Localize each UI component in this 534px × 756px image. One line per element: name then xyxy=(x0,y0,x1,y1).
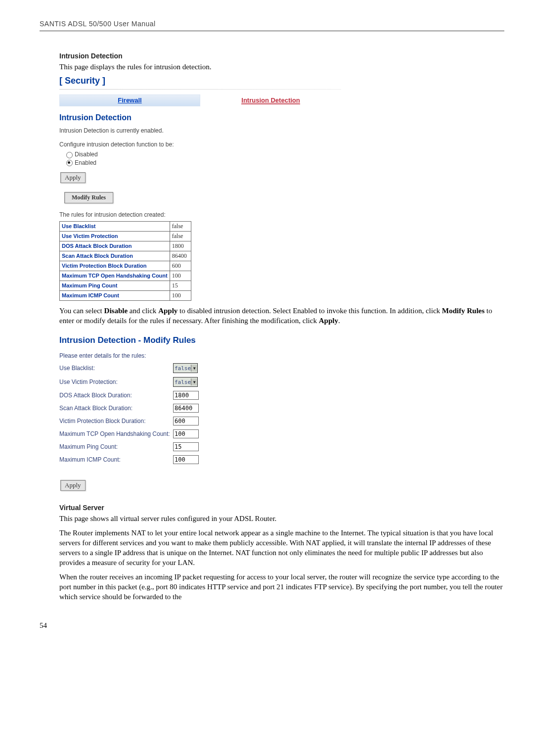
form-label: Maximum TCP Open Handshaking Count: xyxy=(59,430,173,437)
rule-value: false xyxy=(170,231,191,241)
chevron-down-icon: ▼ xyxy=(191,365,197,372)
tab-intrusion-detection[interactable]: Intrusion Detection xyxy=(200,94,341,106)
section-title-virtual-server: Virtual Server xyxy=(59,504,504,512)
form-label: DOS Attack Block Duration: xyxy=(59,392,173,399)
rule-label: DOS Attack Block Duration xyxy=(60,241,170,251)
form-row: Use Blacklist:false▼ xyxy=(59,363,504,373)
apply-button[interactable]: Apply xyxy=(60,172,86,183)
form-label: Use Victim Protection: xyxy=(59,378,173,385)
table-row: Victim Protection Block Duration600 xyxy=(60,261,191,271)
tab-firewall[interactable]: Firewall xyxy=(59,94,200,106)
form-row: Victim Protection Block Duration: xyxy=(59,417,504,425)
form-label: Use Blacklist: xyxy=(59,365,173,372)
rule-label: Use Blacklist xyxy=(60,221,170,231)
table-row: Maximum ICMP Count100 xyxy=(60,290,191,300)
form-select[interactable]: false▼ xyxy=(173,363,198,373)
ui-subheading: Intrusion Detection xyxy=(59,113,504,122)
rule-label: Scan Attack Block Duration xyxy=(60,251,170,261)
form-input[interactable] xyxy=(173,417,199,425)
form-input[interactable] xyxy=(173,391,199,400)
form-label: Scan Attack Block Duration: xyxy=(59,405,173,412)
vs-paragraph-2: The Router implements NAT to let your en… xyxy=(59,528,504,568)
form-label: Maximum ICMP Count: xyxy=(59,456,173,463)
rule-value: 15 xyxy=(170,281,191,290)
rule-value: false xyxy=(170,221,191,231)
table-row: Use Victim Protectionfalse xyxy=(60,231,191,241)
tab-intrusion-label: Intrusion Detection xyxy=(241,96,300,104)
form-select[interactable]: false▼ xyxy=(173,377,198,387)
vs-paragraph-3: When the router receives an incoming IP … xyxy=(59,572,504,602)
form-input[interactable] xyxy=(173,442,199,451)
select-value: false xyxy=(175,379,191,385)
rules-caption: The rules for intrusion detection create… xyxy=(59,211,504,218)
configure-label: Configure intrusion detection function t… xyxy=(59,141,504,148)
radio-icon xyxy=(66,160,73,166)
rule-label: Maximum ICMP Count xyxy=(60,290,170,300)
chevron-down-icon: ▼ xyxy=(191,378,197,385)
form-row: Use Victim Protection:false▼ xyxy=(59,377,504,387)
modify-rules-heading: Intrusion Detection - Modify Rules xyxy=(59,335,504,345)
modify-rules-button[interactable]: Modify Rules xyxy=(64,192,113,203)
table-row: Maximum TCP Open Handshaking Count100 xyxy=(60,271,191,281)
rule-value: 86400 xyxy=(170,251,191,261)
running-head: SANTIS ADSL 50/500 User Manual xyxy=(40,20,504,31)
rule-value: 100 xyxy=(170,290,191,300)
radio-enabled-label: Enabled xyxy=(75,159,96,166)
form-row: Maximum ICMP Count: xyxy=(59,455,504,464)
rule-value: 1800 xyxy=(170,241,191,251)
section-desc-intrusion: This page displays the rules for intrusi… xyxy=(59,62,504,72)
form-input[interactable] xyxy=(173,429,199,438)
table-row: Use Blacklistfalse xyxy=(60,221,191,231)
form-row: Scan Attack Block Duration: xyxy=(59,404,504,413)
status-text: Intrusion Detection is currently enabled… xyxy=(59,127,504,134)
ui-panel-modify-rules: Intrusion Detection - Modify Rules Pleas… xyxy=(59,335,504,495)
table-row: Maximum Ping Count15 xyxy=(60,281,191,290)
apply-button-modify[interactable]: Apply xyxy=(60,480,86,491)
rule-label: Victim Protection Block Duration xyxy=(60,261,170,271)
form-input[interactable] xyxy=(173,455,199,464)
table-row: DOS Attack Block Duration1800 xyxy=(60,241,191,251)
form-label: Maximum Ping Count: xyxy=(59,443,173,450)
vs-desc: This page shows all virtual server rules… xyxy=(59,514,504,523)
form-row: Maximum TCP Open Handshaking Count: xyxy=(59,429,504,438)
ui-heading-security: [ Security ] xyxy=(59,76,504,86)
paragraph-after-rules: You can select Disable and click Apply t… xyxy=(59,306,504,326)
ui-panel-security: [ Security ] Firewall Intrusion Detectio… xyxy=(59,76,504,301)
radio-icon xyxy=(66,152,73,158)
rule-value: 600 xyxy=(170,261,191,271)
tab-row: Firewall Intrusion Detection xyxy=(59,94,341,106)
radio-disabled-label: Disabled xyxy=(75,151,98,158)
page-number: 54 xyxy=(40,621,504,630)
radio-disabled[interactable]: Disabled xyxy=(66,151,504,158)
table-row: Scan Attack Block Duration86400 xyxy=(60,251,191,261)
divider xyxy=(59,89,341,90)
rule-label: Use Victim Protection xyxy=(60,231,170,241)
form-input[interactable] xyxy=(173,404,199,413)
rule-label: Maximum TCP Open Handshaking Count xyxy=(60,271,170,281)
section-title-intrusion: Intrusion Detection xyxy=(59,52,504,60)
rule-label: Maximum Ping Count xyxy=(60,281,170,290)
form-row: Maximum Ping Count: xyxy=(59,442,504,451)
select-value: false xyxy=(175,365,191,372)
modify-intro: Please enter details for the rules: xyxy=(59,352,504,359)
rule-value: 100 xyxy=(170,271,191,281)
rules-table: Use BlacklistfalseUse Victim Protectionf… xyxy=(59,221,191,301)
form-row: DOS Attack Block Duration: xyxy=(59,391,504,400)
radio-enabled[interactable]: Enabled xyxy=(66,159,504,166)
form-label: Victim Protection Block Duration: xyxy=(59,418,173,425)
